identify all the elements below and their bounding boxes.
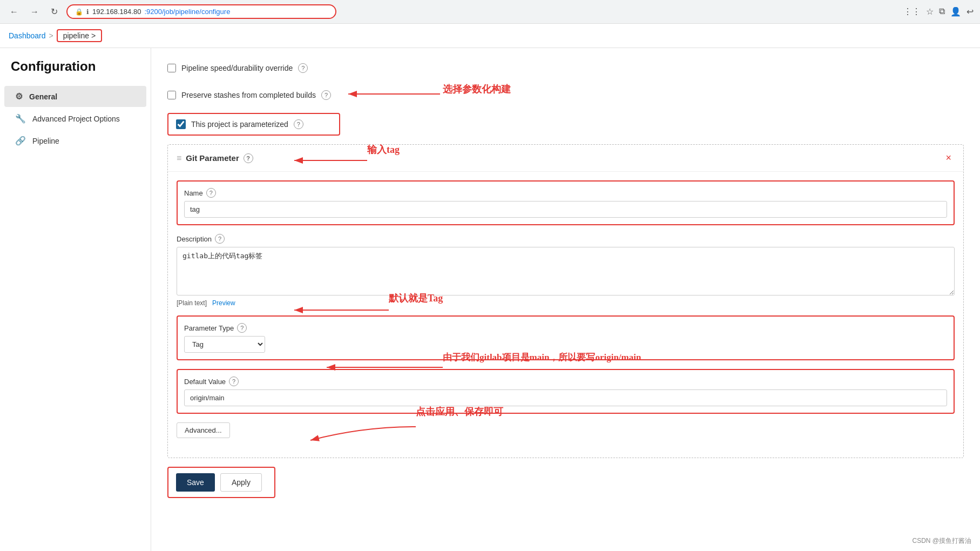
sidebar-item-advanced-project-options[interactable]: 🔧 Advanced Project Options	[4, 108, 146, 129]
description-field-group: Description ? gitlab上的代码tag标签 [Plain tex…	[177, 234, 955, 307]
security-icon: 🔒	[75, 8, 83, 16]
general-icon: ⚙	[15, 91, 23, 102]
sidebar-label-general: General	[29, 92, 57, 101]
param-type-help-icon[interactable]: ?	[237, 323, 247, 333]
param-type-select[interactable]: Tag Branch Branch or Tag Revision Pull R…	[184, 336, 265, 353]
reload-button[interactable]: ↻	[48, 5, 61, 18]
menu-back-icon[interactable]: ↩	[967, 6, 974, 17]
param-type-label-row: Parameter Type ?	[184, 323, 947, 333]
param-type-container: Parameter Type ? Tag Branch Branch or Ta…	[177, 315, 955, 360]
advanced-button[interactable]: Advanced...	[177, 422, 230, 438]
default-value-help-icon[interactable]: ?	[229, 377, 239, 386]
default-value-input[interactable]	[184, 389, 947, 406]
default-value-container: Default Value ?	[177, 369, 955, 414]
apply-button[interactable]: Apply	[220, 473, 262, 492]
sidebar-label-advanced: Advanced Project Options	[32, 115, 120, 123]
git-param-header: ≡ Git Parameter ? ×	[168, 145, 963, 172]
drag-icon[interactable]: ≡	[177, 153, 181, 163]
pipeline-speed-label: Pipeline speed/durability override	[181, 64, 293, 72]
default-value-label: Default Value	[184, 378, 226, 386]
back-button[interactable]: ←	[6, 6, 22, 18]
git-param-title: ≡ Git Parameter ?	[177, 153, 253, 163]
parameterized-checkbox[interactable]	[176, 119, 186, 129]
sidebar-item-general[interactable]: ⚙ General	[4, 86, 146, 107]
name-label: Name	[184, 189, 203, 197]
git-param-title-text: Git Parameter	[186, 153, 239, 163]
git-parameter-panel: ≡ Git Parameter ? × Name ?	[167, 144, 964, 458]
breadcrumb-sep: >	[49, 31, 53, 40]
preserve-stashes-help-icon[interactable]: ?	[321, 90, 331, 100]
preserve-stashes-label: Preserve stashes from completed builds	[181, 91, 316, 99]
main-layout: Configuration ⚙ General 🔧 Advanced Proje…	[0, 48, 980, 551]
parameterized-help-icon[interactable]: ?	[294, 119, 303, 129]
wrench-icon: 🔧	[15, 113, 26, 124]
preview-row: [Plain text] Preview	[177, 299, 955, 307]
git-param-close-button[interactable]: ×	[942, 151, 955, 165]
sidebar-item-pipeline[interactable]: 🔗 Pipeline	[4, 130, 146, 151]
forward-button[interactable]: →	[27, 6, 42, 18]
address-bar[interactable]: 🔒 ℹ 192.168.184.80 :9200/job/pipeline/co…	[66, 4, 336, 19]
plain-text-label: [Plain text]	[177, 299, 207, 307]
pipeline-speed-row: Pipeline speed/durability override ?	[167, 59, 964, 77]
info-icon: ℹ	[86, 8, 89, 16]
content-area: Pipeline speed/durability override ? Pre…	[151, 48, 980, 551]
preserve-stashes-checkbox[interactable]	[167, 91, 176, 99]
param-type-label: Parameter Type	[184, 324, 234, 332]
extensions-icon[interactable]: ⋮⋮	[903, 6, 921, 17]
git-param-body: Name ? Description ? gitlab上的代码tag标签 [Pl…	[168, 172, 963, 458]
default-value-label-row: Default Value ?	[184, 377, 947, 386]
breadcrumb-pipeline[interactable]: pipeline >	[57, 29, 102, 42]
sidebar: Configuration ⚙ General 🔧 Advanced Proje…	[0, 48, 151, 551]
name-field-container: Name ?	[177, 180, 955, 225]
profile-icon[interactable]: 👤	[950, 6, 961, 17]
tab-icon[interactable]: ⧉	[939, 6, 945, 17]
breadcrumb-dashboard[interactable]: Dashboard	[9, 31, 46, 40]
browser-actions: ⋮⋮ ☆ ⧉ 👤 ↩	[903, 6, 974, 17]
action-buttons: Save Apply	[167, 467, 275, 498]
description-textarea[interactable]: gitlab上的代码tag标签	[177, 247, 955, 295]
sidebar-label-pipeline: Pipeline	[32, 137, 59, 145]
description-help-icon[interactable]: ?	[215, 234, 225, 244]
description-label: Description	[177, 235, 212, 243]
address-host: 192.168.184.80	[92, 8, 141, 16]
browser-chrome: ← → ↻ 🔒 ℹ 192.168.184.80 :9200/job/pipel…	[0, 0, 980, 24]
star-icon[interactable]: ☆	[926, 6, 934, 17]
footer-note: CSDN @摸鱼打酱油	[912, 536, 971, 546]
pipeline-icon: 🔗	[15, 136, 26, 146]
breadcrumb: Dashboard > pipeline >	[0, 24, 980, 48]
description-field-label-row: Description ?	[177, 234, 955, 244]
sidebar-title: Configuration	[0, 59, 151, 85]
preview-link[interactable]: Preview	[212, 299, 235, 307]
address-path: :9200/job/pipeline/configure	[144, 8, 230, 16]
name-field-label-row: Name ?	[184, 188, 947, 198]
pipeline-speed-checkbox[interactable]	[167, 64, 176, 72]
name-input[interactable]	[184, 201, 947, 218]
preserve-stashes-row: Preserve stashes from completed builds ?	[167, 86, 964, 104]
name-help-icon[interactable]: ?	[206, 188, 216, 198]
save-button[interactable]: Save	[176, 473, 215, 492]
parameterized-label: This project is parameterized	[191, 120, 288, 129]
pipeline-speed-help-icon[interactable]: ?	[298, 63, 308, 73]
parameterized-row: This project is parameterized ?	[167, 113, 340, 136]
git-param-help-icon[interactable]: ?	[244, 153, 253, 163]
